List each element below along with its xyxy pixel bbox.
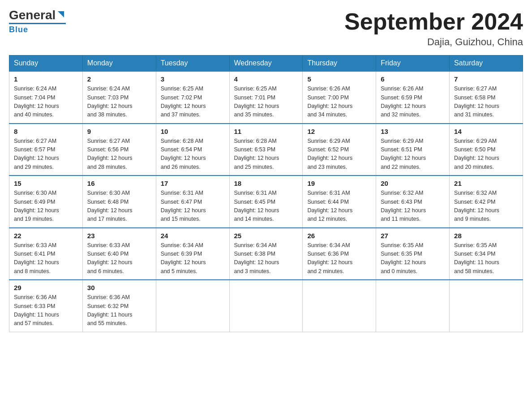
day-info: Sunrise: 6:24 AMSunset: 7:03 PMDaylight:… bbox=[87, 85, 151, 120]
day-number: 21 bbox=[454, 180, 518, 187]
calendar-cell: 25Sunrise: 6:34 AMSunset: 6:38 PMDayligh… bbox=[229, 228, 303, 280]
col-header-thursday: Thursday bbox=[303, 56, 376, 72]
day-number: 23 bbox=[87, 232, 151, 240]
calendar-cell bbox=[303, 280, 376, 332]
logo: General Blue bbox=[9, 9, 66, 34]
day-number: 25 bbox=[234, 232, 298, 240]
day-info: Sunrise: 6:29 AMSunset: 6:51 PMDaylight:… bbox=[381, 137, 445, 172]
calendar-week-row: 22Sunrise: 6:33 AMSunset: 6:41 PMDayligh… bbox=[9, 228, 523, 280]
logo-blue-text: Blue bbox=[9, 25, 28, 34]
day-info: Sunrise: 6:27 AMSunset: 6:57 PMDaylight:… bbox=[14, 137, 78, 172]
calendar-cell bbox=[229, 280, 303, 332]
day-number: 22 bbox=[14, 232, 78, 240]
day-info: Sunrise: 6:36 AMSunset: 6:33 PMDaylight:… bbox=[14, 293, 78, 328]
day-number: 9 bbox=[87, 128, 151, 135]
day-info: Sunrise: 6:24 AMSunset: 7:04 PMDaylight:… bbox=[14, 85, 78, 120]
calendar-cell: 13Sunrise: 6:29 AMSunset: 6:51 PMDayligh… bbox=[376, 124, 450, 176]
calendar-cell: 19Sunrise: 6:31 AMSunset: 6:44 PMDayligh… bbox=[303, 176, 376, 228]
col-header-tuesday: Tuesday bbox=[156, 56, 229, 72]
calendar-cell: 2Sunrise: 6:24 AMSunset: 7:03 PMDaylight… bbox=[82, 71, 156, 124]
calendar-cell: 26Sunrise: 6:34 AMSunset: 6:36 PMDayligh… bbox=[303, 228, 376, 280]
calendar-cell bbox=[450, 280, 523, 332]
day-number: 10 bbox=[161, 128, 225, 135]
calendar-cell: 9Sunrise: 6:27 AMSunset: 6:56 PMDaylight… bbox=[82, 124, 156, 176]
day-number: 12 bbox=[307, 128, 371, 135]
calendar-cell: 12Sunrise: 6:29 AMSunset: 6:52 PMDayligh… bbox=[303, 124, 376, 176]
day-number: 20 bbox=[381, 180, 445, 187]
calendar-cell: 28Sunrise: 6:35 AMSunset: 6:34 PMDayligh… bbox=[450, 228, 523, 280]
calendar-cell: 18Sunrise: 6:31 AMSunset: 6:45 PMDayligh… bbox=[229, 176, 303, 228]
day-number: 7 bbox=[454, 75, 518, 83]
day-number: 14 bbox=[454, 128, 518, 135]
day-number: 11 bbox=[234, 128, 298, 135]
day-info: Sunrise: 6:28 AMSunset: 6:54 PMDaylight:… bbox=[161, 137, 225, 172]
day-number: 2 bbox=[87, 75, 151, 83]
calendar-week-row: 15Sunrise: 6:30 AMSunset: 6:49 PMDayligh… bbox=[9, 176, 523, 228]
day-number: 13 bbox=[381, 128, 445, 135]
day-number: 27 bbox=[381, 232, 445, 240]
calendar-week-row: 8Sunrise: 6:27 AMSunset: 6:57 PMDaylight… bbox=[9, 124, 523, 176]
calendar-cell: 16Sunrise: 6:30 AMSunset: 6:48 PMDayligh… bbox=[82, 176, 156, 228]
col-header-wednesday: Wednesday bbox=[229, 56, 303, 72]
day-info: Sunrise: 6:33 AMSunset: 6:41 PMDaylight:… bbox=[14, 241, 78, 276]
col-header-friday: Friday bbox=[376, 56, 450, 72]
day-number: 3 bbox=[161, 75, 225, 83]
col-header-saturday: Saturday bbox=[450, 56, 523, 72]
day-info: Sunrise: 6:32 AMSunset: 6:43 PMDaylight:… bbox=[381, 189, 445, 224]
day-number: 5 bbox=[307, 75, 371, 83]
calendar-cell: 1Sunrise: 6:24 AMSunset: 7:04 PMDaylight… bbox=[9, 71, 83, 124]
calendar-cell bbox=[156, 280, 229, 332]
col-header-monday: Monday bbox=[82, 56, 156, 72]
calendar-cell: 6Sunrise: 6:26 AMSunset: 6:59 PMDaylight… bbox=[376, 71, 450, 124]
calendar-cell: 14Sunrise: 6:29 AMSunset: 6:50 PMDayligh… bbox=[450, 124, 523, 176]
calendar-cell: 27Sunrise: 6:35 AMSunset: 6:35 PMDayligh… bbox=[376, 228, 450, 280]
location-title: Dajia, Guizhou, China bbox=[344, 36, 523, 48]
day-info: Sunrise: 6:27 AMSunset: 6:58 PMDaylight:… bbox=[454, 85, 518, 120]
day-info: Sunrise: 6:30 AMSunset: 6:49 PMDaylight:… bbox=[14, 189, 78, 224]
page-header: General Blue September 2024 Dajia, Guizh… bbox=[9, 9, 523, 48]
day-number: 17 bbox=[161, 180, 225, 187]
day-number: 16 bbox=[87, 180, 151, 187]
day-info: Sunrise: 6:29 AMSunset: 6:50 PMDaylight:… bbox=[454, 137, 518, 172]
calendar-cell: 30Sunrise: 6:36 AMSunset: 6:32 PMDayligh… bbox=[82, 280, 156, 332]
day-info: Sunrise: 6:34 AMSunset: 6:38 PMDaylight:… bbox=[234, 241, 298, 276]
calendar-cell: 22Sunrise: 6:33 AMSunset: 6:41 PMDayligh… bbox=[9, 228, 83, 280]
title-area: September 2024 Dajia, Guizhou, China bbox=[344, 9, 523, 48]
calendar-cell: 24Sunrise: 6:34 AMSunset: 6:39 PMDayligh… bbox=[156, 228, 229, 280]
day-info: Sunrise: 6:32 AMSunset: 6:42 PMDaylight:… bbox=[454, 189, 518, 224]
day-info: Sunrise: 6:25 AMSunset: 7:02 PMDaylight:… bbox=[161, 85, 225, 120]
logo-divider bbox=[9, 23, 66, 24]
day-number: 28 bbox=[454, 232, 518, 240]
calendar-cell: 10Sunrise: 6:28 AMSunset: 6:54 PMDayligh… bbox=[156, 124, 229, 176]
day-info: Sunrise: 6:31 AMSunset: 6:47 PMDaylight:… bbox=[161, 189, 225, 224]
day-info: Sunrise: 6:26 AMSunset: 6:59 PMDaylight:… bbox=[381, 85, 445, 120]
day-info: Sunrise: 6:29 AMSunset: 6:52 PMDaylight:… bbox=[307, 137, 371, 172]
col-header-sunday: Sunday bbox=[9, 56, 83, 72]
day-number: 26 bbox=[307, 232, 371, 240]
calendar-week-row: 1Sunrise: 6:24 AMSunset: 7:04 PMDaylight… bbox=[9, 71, 523, 124]
calendar-table: SundayMondayTuesdayWednesdayThursdayFrid… bbox=[9, 55, 523, 332]
calendar-cell: 15Sunrise: 6:30 AMSunset: 6:49 PMDayligh… bbox=[9, 176, 83, 228]
day-number: 24 bbox=[161, 232, 225, 240]
day-number: 15 bbox=[14, 180, 78, 187]
day-info: Sunrise: 6:28 AMSunset: 6:53 PMDaylight:… bbox=[234, 137, 298, 172]
calendar-cell: 29Sunrise: 6:36 AMSunset: 6:33 PMDayligh… bbox=[9, 280, 83, 332]
calendar-cell: 8Sunrise: 6:27 AMSunset: 6:57 PMDaylight… bbox=[9, 124, 83, 176]
day-number: 1 bbox=[14, 75, 78, 83]
day-number: 29 bbox=[14, 284, 78, 291]
day-number: 4 bbox=[234, 75, 298, 83]
day-number: 30 bbox=[87, 284, 151, 291]
day-info: Sunrise: 6:35 AMSunset: 6:34 PMDaylight:… bbox=[454, 241, 518, 276]
day-number: 8 bbox=[14, 128, 78, 135]
calendar-cell: 17Sunrise: 6:31 AMSunset: 6:47 PMDayligh… bbox=[156, 176, 229, 228]
calendar-header-row: SundayMondayTuesdayWednesdayThursdayFrid… bbox=[9, 56, 523, 72]
day-info: Sunrise: 6:34 AMSunset: 6:36 PMDaylight:… bbox=[307, 241, 371, 276]
day-info: Sunrise: 6:25 AMSunset: 7:01 PMDaylight:… bbox=[234, 85, 298, 120]
day-info: Sunrise: 6:30 AMSunset: 6:48 PMDaylight:… bbox=[87, 189, 151, 224]
calendar-cell bbox=[376, 280, 450, 332]
calendar-cell: 20Sunrise: 6:32 AMSunset: 6:43 PMDayligh… bbox=[376, 176, 450, 228]
calendar-cell: 3Sunrise: 6:25 AMSunset: 7:02 PMDaylight… bbox=[156, 71, 229, 124]
calendar-cell: 4Sunrise: 6:25 AMSunset: 7:01 PMDaylight… bbox=[229, 71, 303, 124]
calendar-cell: 7Sunrise: 6:27 AMSunset: 6:58 PMDaylight… bbox=[450, 71, 523, 124]
logo-triangle-icon bbox=[56, 9, 66, 19]
